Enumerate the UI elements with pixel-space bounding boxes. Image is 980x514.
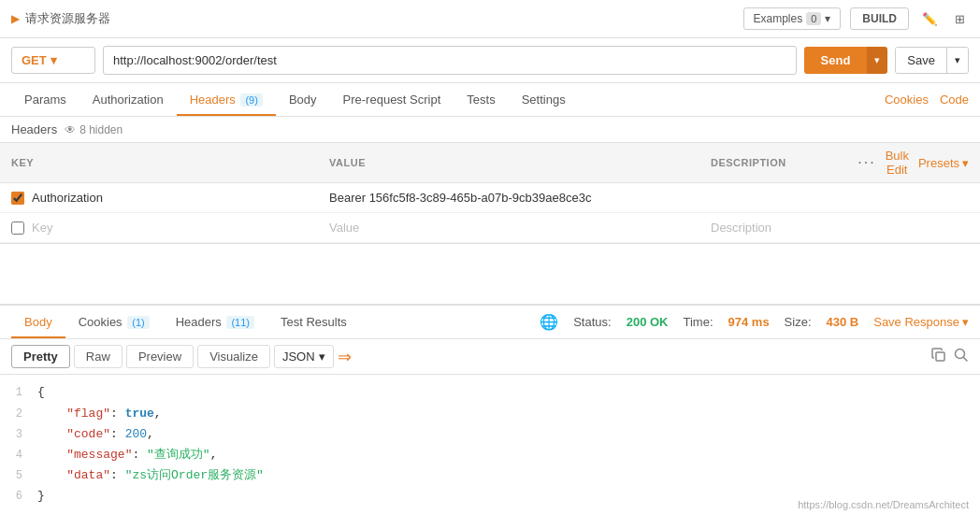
method-chevron: ▾ — [50, 53, 57, 67]
search-button[interactable] — [954, 348, 969, 365]
json-line-4: 4 "message": "查询成功", — [0, 445, 980, 465]
more-options-button[interactable]: ··· — [858, 154, 875, 171]
tab-params[interactable]: Params — [11, 83, 79, 116]
tab-authorization[interactable]: Authorization — [79, 83, 177, 116]
watermark: https://blog.csdn.net/DreamsArchitect — [798, 499, 969, 510]
save-response-chevron: ▾ — [962, 315, 969, 329]
hidden-count-text: 8 hidden — [79, 123, 122, 136]
svg-line-2 — [964, 358, 968, 362]
response-tabs: Body Cookies (1) Headers (11) Test Resul… — [11, 306, 360, 338]
format-tabs-group: Pretty Raw Preview Visualize JSON ▾ ⇒ — [11, 345, 352, 368]
col-header-key: KEY — [0, 150, 318, 175]
json-line-1: 1 { — [0, 382, 980, 403]
save-dropdown-button[interactable]: ▾ — [946, 48, 968, 73]
tab-prerequest[interactable]: Pre-request Script — [330, 83, 454, 116]
examples-button[interactable]: Examples 0 ▾ — [743, 7, 842, 30]
response-tab-test-results[interactable]: Test Results — [267, 306, 360, 338]
line-num-2: 2 — [0, 404, 37, 423]
examples-count: 0 — [806, 12, 821, 25]
headers-table: KEY VALUE DESCRIPTION ··· Bulk Edit Pres… — [0, 143, 980, 244]
method-label: GET — [22, 53, 47, 67]
request-title: 请求资源服务器 — [25, 10, 110, 27]
col-header-value: VALUE — [318, 150, 699, 175]
time-label: Time: — [683, 315, 713, 329]
edit-icon[interactable]: ✏️ — [918, 8, 942, 30]
json-data-line: "data": "zs访问Order服务资源" — [37, 465, 980, 486]
row-description-cell — [699, 191, 886, 206]
response-tabs-bar: Body Cookies (1) Headers (11) Test Resul… — [0, 306, 980, 339]
tab-settings[interactable]: Settings — [509, 83, 579, 116]
format-tab-preview[interactable]: Preview — [126, 345, 194, 368]
format-type-select[interactable]: JSON ▾ — [274, 345, 334, 368]
empty-desc-placeholder: Description — [711, 221, 771, 235]
response-meta: 🌐 Status: 200 OK Time: 974 ms Size: 430 … — [540, 313, 969, 331]
send-dropdown-button[interactable]: ▾ — [867, 47, 887, 74]
empty-table-row: Key Value Description — [0, 213, 980, 243]
bulk-edit-button[interactable]: Bulk Edit — [886, 149, 909, 177]
empty-checkbox[interactable] — [11, 221, 24, 235]
copy-button[interactable] — [931, 348, 946, 365]
row-checkbox[interactable] — [11, 192, 24, 205]
presets-button[interactable]: Presets ▾ — [918, 156, 969, 170]
method-select[interactable]: GET ▾ — [11, 47, 95, 74]
response-section: Body Cookies (1) Headers (11) Test Resul… — [0, 304, 980, 514]
svg-rect-0 — [936, 352, 944, 361]
format-tab-pretty[interactable]: Pretty — [11, 345, 70, 368]
table-row: Authorization Bearer 156fc5f8-3c89-465b-… — [0, 183, 980, 213]
format-right-actions — [931, 348, 969, 365]
json-line-2: 2 "flag": true, — [0, 404, 980, 424]
empty-value-cell: Value — [318, 213, 699, 242]
response-tab-headers[interactable]: Headers (11) — [163, 306, 267, 338]
format-tab-raw[interactable]: Raw — [74, 345, 122, 368]
json-line-3: 3 "code": 200, — [0, 424, 980, 445]
save-response-button[interactable]: Save Response ▾ — [873, 315, 969, 329]
row-key-cell: Authorization — [0, 183, 318, 212]
status-label: Status: — [573, 315, 611, 329]
format-chevron: ▾ — [319, 350, 325, 364]
format-tab-visualize[interactable]: Visualize — [197, 345, 270, 368]
top-bar-actions: Examples 0 ▾ BUILD ✏️ ⊞ — [743, 7, 969, 30]
cookies-link[interactable]: Cookies — [885, 93, 929, 107]
examples-label: Examples — [754, 12, 803, 25]
size-value: 430 B — [827, 315, 859, 329]
wrap-button[interactable]: ⇒ — [338, 347, 352, 367]
empty-desc-cell: Description — [699, 213, 886, 242]
top-bar: ▶ 请求资源服务器 Examples 0 ▾ BUILD ✏️ ⊞ — [0, 0, 980, 38]
resp-headers-count-badge: (11) — [226, 316, 254, 329]
format-bar: Pretty Raw Preview Visualize JSON ▾ ⇒ — [0, 339, 980, 375]
save-button-group: Save ▾ — [895, 47, 969, 74]
request-tabs: Params Authorization Headers (9) Body Pr… — [11, 83, 579, 116]
save-button[interactable]: Save — [896, 48, 946, 73]
layout-icon[interactable]: ⊞ — [951, 8, 969, 30]
line-num-6: 6 — [0, 486, 37, 506]
line-num-5: 5 — [0, 465, 37, 485]
json-message-line: "message": "查询成功", — [37, 445, 980, 465]
line-num-4: 4 — [0, 445, 37, 464]
json-line-5: 5 "data": "zs访问Order服务资源" — [0, 465, 980, 486]
json-code-line: "code": 200, — [37, 424, 980, 445]
headers-count-badge: (9) — [240, 93, 262, 107]
response-tab-body[interactable]: Body — [11, 306, 65, 338]
code-link[interactable]: Code — [940, 93, 969, 107]
cookies-count-badge: (1) — [127, 316, 149, 329]
url-input[interactable] — [103, 46, 797, 75]
headers-section-label: Headers — [11, 122, 57, 136]
json-brace-open: { — [37, 382, 980, 403]
response-tab-cookies[interactable]: Cookies (1) — [65, 306, 163, 338]
build-button[interactable]: BUILD — [850, 7, 909, 30]
send-button-group: Send ▾ — [804, 47, 888, 74]
empty-key-cell: Key — [0, 213, 318, 242]
json-viewer: 1 { 2 "flag": true, 3 "code": 200, 4 "m — [0, 375, 980, 514]
globe-icon: 🌐 — [540, 313, 558, 331]
line-num-1: 1 — [0, 382, 37, 402]
tab-body[interactable]: Body — [276, 83, 330, 116]
request-title-area: ▶ 请求资源服务器 — [11, 10, 110, 27]
empty-value-placeholder: Value — [329, 221, 359, 235]
tab-headers[interactable]: Headers (9) — [177, 83, 276, 116]
time-value: 974 ms — [728, 315, 770, 329]
tab-tests[interactable]: Tests — [454, 83, 508, 116]
line-num-3: 3 — [0, 424, 37, 444]
status-value: 200 OK — [627, 315, 669, 329]
arrow-icon: ▶ — [11, 12, 20, 25]
send-button[interactable]: Send — [804, 47, 868, 74]
